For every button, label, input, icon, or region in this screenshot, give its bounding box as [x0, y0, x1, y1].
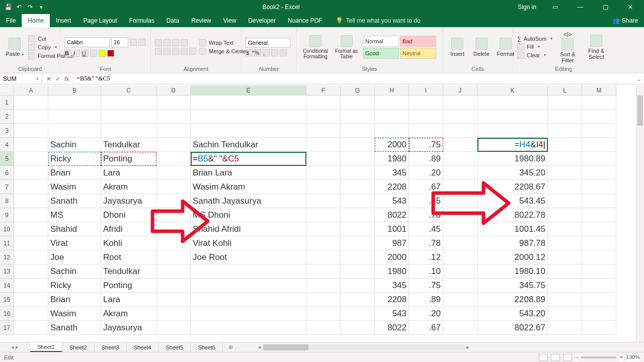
cell-I8[interactable]: .45 [409, 194, 443, 208]
cell-I12[interactable]: .12 [409, 250, 443, 264]
cell-E11[interactable]: Virat Kohli [191, 236, 306, 250]
col-header-C[interactable]: C [101, 85, 156, 96]
cell-M12[interactable] [582, 250, 616, 264]
cell-B9[interactable]: MS [48, 208, 101, 222]
cell-A13[interactable] [14, 264, 48, 279]
inc-decimal-icon[interactable] [271, 49, 278, 56]
cell-F13[interactable] [306, 264, 341, 279]
cell-A16[interactable] [14, 307, 48, 321]
cell-I1[interactable] [409, 96, 443, 110]
col-header-F[interactable]: F [306, 85, 341, 96]
cell-H17[interactable]: 8022 [375, 321, 409, 335]
cell-J13[interactable] [443, 264, 477, 279]
cell-C14[interactable]: Ponting [101, 279, 156, 293]
align-center-icon[interactable] [164, 48, 171, 55]
cell-I9[interactable]: .78 [409, 208, 443, 222]
insert-cells-button[interactable]: Insert [447, 37, 468, 58]
cell-I5[interactable]: .89 [409, 152, 443, 166]
cell-H9[interactable]: 8022 [375, 208, 409, 222]
cell-G9[interactable] [341, 208, 375, 222]
row-header-8[interactable]: 8 [0, 194, 14, 208]
add-sheet-button[interactable]: ⊕ [223, 342, 238, 352]
cell-B4[interactable]: Sachin [48, 138, 101, 152]
cell-M15[interactable] [582, 293, 616, 307]
cell-C15[interactable]: Lara [101, 293, 156, 307]
cell-G3[interactable] [341, 124, 375, 138]
sheet-nav[interactable]: ◂ ▸ [0, 342, 30, 352]
cell-G5[interactable] [341, 152, 375, 166]
align-middle-icon[interactable] [164, 39, 171, 46]
cell-K4[interactable]: =H4&I4| [477, 138, 548, 152]
cell-K17[interactable]: 8022.67 [477, 321, 548, 335]
cell-F11[interactable] [306, 236, 341, 250]
delete-cells-button[interactable]: Delete [471, 37, 492, 58]
cell-H1[interactable] [375, 96, 409, 110]
cell-F3[interactable] [306, 124, 341, 138]
page-layout-view-icon[interactable] [551, 354, 560, 361]
cell-C2[interactable] [101, 110, 156, 124]
cell-D14[interactable] [156, 279, 191, 293]
cell-G11[interactable] [341, 236, 375, 250]
cell-B13[interactable]: Sachin [48, 264, 101, 279]
cell-H10[interactable]: 1001 [375, 222, 409, 236]
qat-dropdown-icon[interactable]: ▾ [37, 3, 45, 11]
horizontal-scrollbar[interactable]: ◂▸ [238, 342, 644, 352]
sheet-tab-sheet6[interactable]: Sheet6 [191, 342, 223, 352]
cell-A14[interactable] [14, 279, 48, 293]
col-header-M[interactable]: M [582, 85, 616, 96]
cell-B6[interactable]: Brian [48, 166, 101, 180]
cell-M4[interactable] [582, 138, 616, 152]
sheet-tab-sheet1[interactable]: Sheet1 [30, 342, 62, 352]
shrink-font-icon[interactable] [138, 39, 145, 46]
cell-J17[interactable] [443, 321, 477, 335]
cell-L12[interactable] [548, 250, 582, 264]
sheet-tab-sheet5[interactable]: Sheet5 [159, 342, 191, 352]
cancel-icon[interactable]: ✕ [46, 75, 51, 82]
cell-H3[interactable] [375, 124, 409, 138]
cell-A10[interactable] [14, 222, 48, 236]
cell-B1[interactable] [48, 96, 101, 110]
cell-F1[interactable] [306, 96, 341, 110]
cell-I3[interactable] [409, 124, 443, 138]
cell-B10[interactable]: Shahid [48, 222, 101, 236]
cell-I16[interactable]: .20 [409, 307, 443, 321]
cell-B17[interactable]: Sanath [48, 321, 101, 335]
cell-C13[interactable]: Tendulkar [101, 264, 156, 279]
row-header-13[interactable]: 13 [0, 264, 14, 279]
cell-E1[interactable] [191, 96, 306, 110]
cell-M7[interactable] [582, 180, 616, 194]
currency-icon[interactable]: $ [246, 49, 253, 56]
cell-I6[interactable]: .20 [409, 166, 443, 180]
cell-L10[interactable] [548, 222, 582, 236]
clear-button[interactable]: Clear [517, 52, 552, 59]
cell-B16[interactable]: Wasim [48, 307, 101, 321]
conditional-formatting-button[interactable]: Conditional Formatting [301, 34, 330, 60]
cell-L4[interactable] [548, 138, 582, 152]
align-left-icon[interactable] [155, 48, 162, 55]
page-break-view-icon[interactable] [563, 354, 572, 361]
cell-E12[interactable]: Joe Root [191, 250, 306, 264]
tab-nuance-pdf[interactable]: Nuance PDF [282, 14, 329, 27]
cell-F2[interactable] [306, 110, 341, 124]
cell-A7[interactable] [14, 180, 48, 194]
cell-A8[interactable] [14, 194, 48, 208]
redo-icon[interactable]: ↷ [26, 3, 34, 11]
cell-M8[interactable] [582, 194, 616, 208]
cell-I17[interactable]: .67 [409, 321, 443, 335]
cell-E8[interactable]: Sanath Jayasurya [191, 194, 306, 208]
cell-L17[interactable] [548, 321, 582, 335]
comma-icon[interactable]: , [263, 49, 270, 56]
zoom-out-icon[interactable]: – [575, 354, 578, 361]
row-header-9[interactable]: 9 [0, 208, 14, 222]
col-header-I[interactable]: I [409, 85, 443, 96]
tab-formulas[interactable]: Formulas [123, 14, 160, 27]
cell-D11[interactable] [156, 236, 191, 250]
cell-C7[interactable]: Akram [101, 180, 156, 194]
row-header-2[interactable]: 2 [0, 110, 14, 124]
cell-F9[interactable] [306, 208, 341, 222]
cell-K9[interactable]: 8022.78 [477, 208, 548, 222]
cell-G15[interactable] [341, 293, 375, 307]
tab-data[interactable]: Data [160, 14, 185, 27]
cell-C5[interactable]: Ponting [101, 152, 156, 166]
percent-icon[interactable]: % [254, 49, 261, 56]
